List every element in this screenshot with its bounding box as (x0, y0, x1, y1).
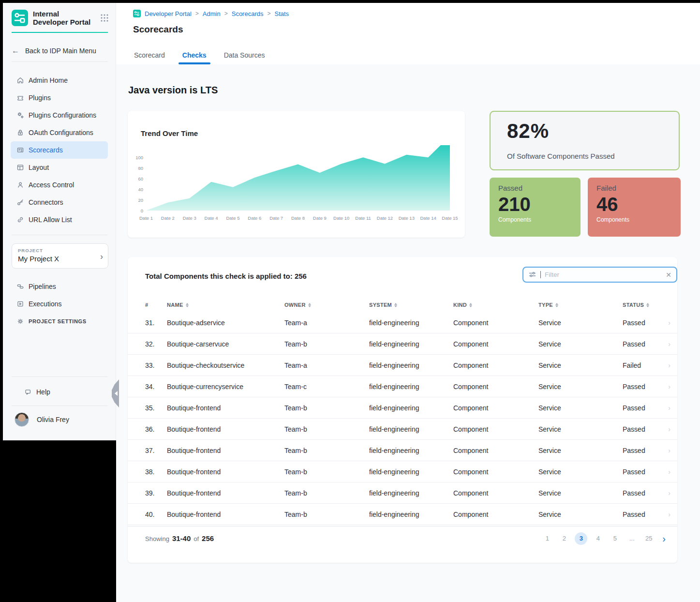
filter-box: ✕ (522, 267, 677, 283)
row-type: Service (538, 361, 623, 369)
idp-logo-icon (12, 10, 28, 26)
sidebar-item-scorecards[interactable]: Scorecards (11, 141, 108, 159)
row-kind: Component (453, 383, 538, 391)
sidebar-collapse-handle[interactable] (112, 379, 119, 407)
sidebar-item-pipelines[interactable]: Pipelines (11, 278, 108, 295)
page-25[interactable]: 25 (642, 532, 655, 545)
sidebar-item-oauth-configurations[interactable]: OAuth Configurations (11, 124, 108, 141)
pass-rate-card: 82% Of Software Components Passed (490, 111, 680, 170)
row-chevron-icon: › (668, 425, 670, 433)
filter-sliders-icon[interactable] (528, 271, 536, 279)
row-chevron-icon: › (668, 319, 670, 327)
breadcrumb-link[interactable]: Stats (274, 10, 289, 17)
table-row[interactable]: 35. Boutique-frontend Team-b field-engin… (128, 397, 677, 419)
breadcrumb-link[interactable]: Scorecards (232, 10, 264, 17)
row-chevron-icon: › (668, 511, 670, 518)
breadcrumb-link[interactable]: Developer Portal (145, 10, 192, 17)
column-header-kind[interactable]: KIND (453, 302, 538, 308)
table-body: 31. Boutique-adservice Team-a field-engi… (128, 312, 677, 525)
close-icon[interactable]: ✕ (666, 271, 671, 279)
table-row[interactable]: 32. Boutique-carservuce Team-b field-eng… (128, 333, 677, 355)
sidebar-item-executions[interactable]: Executions (11, 295, 108, 313)
row-chevron-icon: › (668, 361, 670, 369)
table-row[interactable]: 31. Boutique-adservice Team-a field-engi… (128, 312, 677, 333)
sidebar-item-project-settings[interactable]: Project Settings (11, 313, 108, 330)
row-chevron-icon: › (668, 468, 670, 476)
column-header-type[interactable]: TYPE (538, 302, 623, 308)
back-to-main-menu[interactable]: ← Back to IDP Main Menu (12, 42, 116, 60)
x-tick-label: Date 9 (313, 215, 327, 221)
breadcrumb-separator: > (224, 10, 228, 17)
row-status: Passed (623, 383, 665, 391)
page-4[interactable]: 4 (592, 532, 604, 545)
table-row[interactable]: 40. Boutique-frontend Team-b field-engin… (128, 504, 677, 525)
page-1[interactable]: 1 (541, 532, 553, 545)
chevron-right-icon: › (100, 252, 103, 262)
sidebar-item-plugins[interactable]: Plugins (11, 89, 108, 106)
row-status: Passed (623, 468, 665, 476)
home-icon (16, 76, 24, 84)
table-row[interactable]: 38. Boutique-frontend Team-b field-engin… (128, 461, 677, 482)
pipeline-icon (16, 283, 24, 290)
row-kind: Component (453, 319, 538, 327)
row-index: 34. (145, 383, 167, 391)
page-2[interactable]: 2 (558, 532, 570, 545)
trend-area-chart (146, 145, 450, 211)
page-5[interactable]: 5 (609, 532, 621, 545)
page-3[interactable]: 3 (575, 532, 587, 545)
project-selector[interactable]: PROJECT My Project X › (12, 243, 108, 269)
row-owner: Team-a (284, 319, 369, 327)
sidebar-item-url-allow-list[interactable]: URL Allow List (11, 211, 108, 228)
column-header-status[interactable]: STATUS (623, 302, 670, 308)
sidebar-item-admin-home[interactable]: Admin Home (11, 72, 108, 89)
filter-input[interactable] (545, 271, 662, 278)
sidebar-item-connectors[interactable]: Connectors (11, 194, 108, 211)
table-row[interactable]: 39. Boutique-frontend Team-b field-engin… (128, 482, 677, 504)
row-type: Service (538, 489, 623, 497)
row-owner: Team-b (284, 468, 369, 476)
pagination: 12345...25› (541, 532, 666, 545)
row-name: Boutique-currencyservice (167, 383, 284, 391)
next-page-icon[interactable]: › (662, 534, 666, 543)
table-row[interactable]: 36. Boutique-frontend Team-b field-engin… (128, 419, 677, 440)
sidebar-item-access-control[interactable]: Access Control (11, 176, 108, 194)
content-area: Java version is LTS Trend Over Time 0204… (116, 64, 700, 602)
user-menu[interactable]: Olivia Frey (15, 412, 69, 427)
table-row[interactable]: 37. Boutique-frontend Team-b field-engin… (128, 440, 677, 461)
row-type: Service (538, 404, 623, 412)
sidebar-item-layout[interactable]: Layout (11, 159, 108, 176)
apps-grid-icon[interactable] (100, 14, 109, 22)
passed-label: Passed (498, 184, 572, 192)
tab-data-sources[interactable]: Data Sources (224, 49, 265, 64)
failed-value: 46 (596, 193, 672, 215)
row-system: field-engineering (369, 447, 453, 454)
sidebar-item-help[interactable]: Help (18, 383, 100, 401)
sidebar-item-plugins-configurations[interactable]: Plugins Configurations (11, 106, 108, 124)
brand-divider (12, 32, 108, 33)
play-icon (16, 300, 24, 308)
table-row[interactable]: 33. Boutique-checkoutservice Team-a fiel… (128, 355, 677, 376)
y-tick-label: 40 (129, 187, 143, 192)
pass-rate-value: 82% (507, 120, 549, 143)
breadcrumb-link[interactable]: Admin (203, 10, 221, 17)
tab-scorecard[interactable]: Scorecard (134, 49, 165, 64)
sidebar-project-nav: PipelinesExecutionsProject Settings (3, 278, 116, 330)
row-system: field-engineering (369, 425, 453, 433)
table-footer: Showing 31-40 of 256 12345...25› (128, 526, 677, 550)
link-icon (16, 216, 24, 224)
row-index: 40. (145, 511, 167, 518)
column-header-name[interactable]: NAME (167, 302, 284, 308)
table-row[interactable]: 34. Boutique-currencyservice Team-c fiel… (128, 376, 677, 397)
column-header-system[interactable]: SYSTEM (369, 302, 453, 308)
pagination-ellipsis: ... (626, 532, 638, 545)
tab-checks[interactable]: Checks (182, 49, 207, 64)
scorecard-icon (16, 146, 24, 154)
row-name: Boutique-carservuce (167, 340, 284, 348)
failed-label: Failed (596, 184, 672, 192)
table-title: Total Components this check is applied t… (145, 272, 307, 280)
x-tick-label: Date 13 (399, 215, 415, 221)
row-status: Passed (623, 319, 665, 327)
brand-logo[interactable]: Internal Developer Portal (12, 10, 109, 26)
lock-icon (16, 129, 24, 136)
column-header-owner[interactable]: OWNER (284, 302, 369, 308)
